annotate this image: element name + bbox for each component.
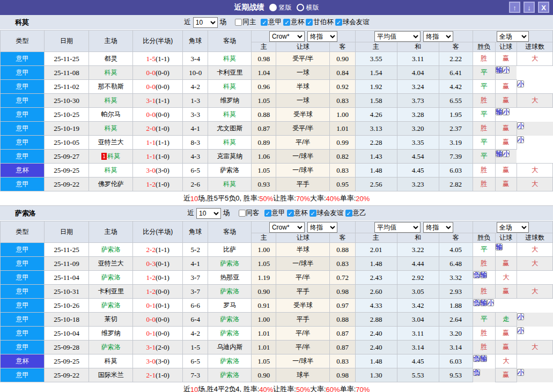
- radio-label: 竖版: [279, 3, 292, 12]
- matches-table-como: 类型 日期 主场 比分(半场) 角球 客场 Crow* 终指 平均值 终指: [0, 30, 553, 191]
- checkbox-checked-icon: ✓: [264, 210, 271, 217]
- score-cell: 2-0(1-0): [133, 122, 183, 136]
- summary-segment: 单率:: [340, 194, 356, 203]
- average-odds-select[interactable]: 平均值: [374, 222, 421, 233]
- league-filter-serie-b[interactable]: ✓意乙: [345, 209, 366, 218]
- move-down-button[interactable]: ↓: [523, 2, 535, 13]
- layout-option-vertical[interactable]: 竖版: [269, 3, 292, 12]
- match-row: 意甲25-09-22国际米兰2-1(1-0)7-3萨索洛0.90球半0.981.…: [1, 368, 553, 382]
- same-venue-filter[interactable]: 同主: [235, 18, 256, 27]
- euro-draw-odds-cell: 4.44: [397, 257, 439, 271]
- recent-count-select[interactable]: 10: [196, 208, 221, 219]
- date-cell: 25-09-22: [45, 368, 89, 382]
- away-team-name: 萨索洛: [220, 315, 239, 323]
- result-handicap-cell: 走: [495, 313, 517, 327]
- result-wdl-cell: 负: [473, 355, 480, 362]
- euro-draw-odds-cell: 3.42: [397, 299, 439, 313]
- result-handicap-cell: 赢: [495, 52, 517, 66]
- result-handicap-cell: 输: [496, 66, 503, 73]
- fulltime-score: 3-1: [146, 343, 156, 351]
- euro-away-odds-cell: 2.37: [439, 122, 473, 136]
- radio-selected-icon: [269, 4, 277, 11]
- result-wdl-cell: 胜: [473, 285, 495, 299]
- asian-home-odds-cell: 0.88: [252, 108, 276, 122]
- corner-cell: 2-6: [183, 177, 208, 191]
- asian-home-odds-cell: 0.91: [252, 299, 276, 313]
- average-odds-select[interactable]: 平均值: [374, 31, 421, 42]
- col-header-corner: 角球: [183, 221, 208, 243]
- away-team-cell: 比萨: [208, 243, 252, 257]
- checkbox-checked-icon: ✓: [287, 210, 294, 217]
- home-team-name: 萨索洛: [101, 273, 121, 281]
- corner-cell: 3-7: [183, 271, 208, 285]
- fulltime-score: 1-2: [146, 180, 156, 188]
- team-name: 科莫: [15, 18, 29, 27]
- score-cell: 3-1(2-0): [133, 341, 183, 354]
- asian-odds-group-header: Crow* 终指: [252, 221, 355, 233]
- corner-cell: 10-0: [183, 66, 208, 80]
- date-cell: 25-11-02: [45, 80, 89, 94]
- result-goals-cell: 大: [517, 164, 552, 177]
- league-filter-friendly[interactable]: ✓球会友谊: [309, 209, 344, 218]
- result-wdl-cell: 平: [473, 136, 495, 150]
- league-cell: 意甲: [1, 136, 45, 150]
- euro-final-odds-select[interactable]: 终指: [423, 31, 453, 42]
- home-team-name: 卡利亚里: [98, 287, 124, 295]
- corner-cell: 6-5: [183, 354, 208, 368]
- close-button[interactable]: X: [538, 2, 549, 13]
- same-venue-filter[interactable]: 同客: [239, 209, 260, 218]
- home-team-cell: 萨索洛: [89, 299, 133, 313]
- euro-away-odds-cell: 1.88: [439, 299, 473, 313]
- filter-label: 球会友谊: [343, 18, 370, 27]
- summary-segment: 60%: [326, 386, 340, 392]
- halftime-score: (1-1): [156, 97, 169, 105]
- corner-cell: 1-3: [183, 94, 208, 108]
- filter-label: 意甲: [268, 18, 282, 27]
- league-cell: 意甲: [1, 285, 45, 299]
- summary-segment: 大率:: [310, 194, 326, 203]
- home-team-cell: 萨索洛: [89, 243, 133, 257]
- bookmaker-select[interactable]: Crow*: [269, 31, 305, 42]
- layout-option-horizontal[interactable]: 横版: [297, 3, 319, 12]
- corner-cell: 5-2: [183, 243, 208, 257]
- scope-select[interactable]: 全场: [497, 222, 529, 233]
- league-filter-friendly[interactable]: ✓球会友谊: [335, 18, 370, 27]
- corner-cell: 8-3: [183, 136, 208, 150]
- euro-final-odds-select[interactable]: 终指: [423, 222, 453, 233]
- league-filter-coppa[interactable]: ✓意杯: [287, 209, 308, 218]
- asian-handicap-cell: 平手: [276, 177, 330, 191]
- halftime-score: (0-1): [156, 260, 169, 268]
- away-team-name: 科莫: [223, 83, 236, 90]
- move-up-button[interactable]: ↑: [509, 2, 520, 13]
- summary-segment: 让胜率:: [273, 194, 296, 203]
- halftime-score: (0-0): [156, 110, 169, 119]
- away-team-cell: 萨索洛: [208, 368, 252, 382]
- home-team-cell: 亚特兰大: [89, 136, 133, 150]
- corner-cell: 7-3: [183, 368, 208, 382]
- league-filter-serie-a[interactable]: ✓意甲: [261, 18, 282, 27]
- home-team-name: 维罗纳: [101, 329, 121, 337]
- result-goals-cell: 大: [517, 285, 552, 299]
- match-row: 意甲25-10-25帕尔马0-0(0-0)3-3科莫0.88受半球1.004.2…: [1, 108, 553, 122]
- euro-draw-odds-cell: 3.24: [397, 80, 439, 94]
- league-filter-serie-a[interactable]: ✓意甲: [264, 209, 285, 218]
- corner-cell: 4-2: [183, 80, 208, 94]
- halftime-score: (0-0): [156, 315, 169, 323]
- euro-home-odds-cell: 1.92: [355, 80, 397, 94]
- away-team-name: 萨索洛: [220, 371, 239, 379]
- match-row: 意甲25-11-08科莫0-0(0-0)10-0卡利亚里1.04一球0.841.…: [1, 66, 553, 80]
- asian-final-odds-select[interactable]: 终指: [307, 31, 337, 42]
- result-handicap-cell: 输: [480, 299, 487, 306]
- league-filter-coppa[interactable]: ✓意杯: [283, 18, 304, 27]
- home-team-cell: 科莫: [89, 66, 133, 80]
- scope-select[interactable]: 全场: [497, 31, 529, 42]
- euro-away-odds-cell: 6.55: [439, 94, 473, 108]
- bookmaker-select[interactable]: Crow*: [269, 222, 305, 233]
- recent-count-select[interactable]: 10: [193, 17, 218, 28]
- summary-segment: 场,胜5平5负0, 胜率:: [198, 194, 259, 203]
- halftime-score: (0-0): [156, 329, 169, 337]
- date-cell: 25-10-26: [45, 299, 89, 313]
- euro-away-odds-cell: 1.95: [439, 108, 473, 122]
- league-filter-gamper[interactable]: ✓甘伯杯: [306, 18, 334, 27]
- asian-final-odds-select[interactable]: 终指: [307, 222, 337, 233]
